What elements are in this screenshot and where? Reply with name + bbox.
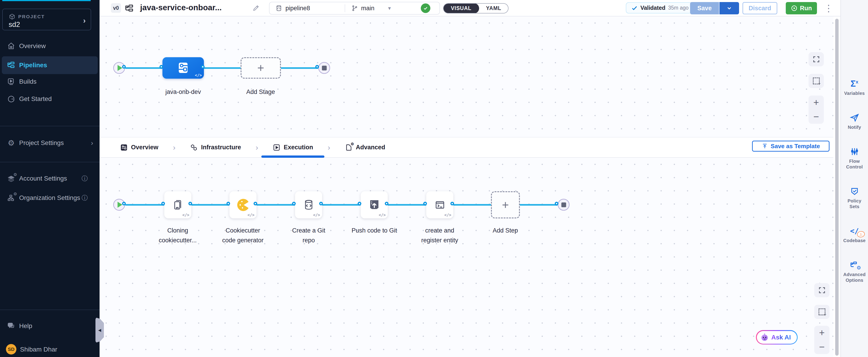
canvas-fullscreen-button[interactable]: [814, 283, 830, 297]
connector-port[interactable]: [385, 202, 389, 205]
organization-settings-icon: ⚙: [7, 194, 16, 202]
connector-port[interactable]: [201, 65, 205, 69]
palette-item-codebase[interactable]: </ ⚠ Codebase: [842, 226, 867, 243]
palette-item-flow-control[interactable]: Flow Control: [842, 147, 867, 170]
start-play-icon: [118, 202, 122, 208]
tab-overview[interactable]: Overview: [118, 137, 161, 158]
step-node-create-git-repo[interactable]: </>: [295, 191, 322, 218]
save-dropdown-button[interactable]: [719, 2, 739, 14]
plus-icon: +: [502, 199, 509, 211]
toggle-yaml[interactable]: YAML: [479, 5, 508, 11]
repo-selector[interactable]: pipeline8: [270, 5, 345, 12]
canvas-select-button[interactable]: [814, 305, 830, 319]
ask-ai-button[interactable]: Ask AI: [756, 330, 798, 345]
gear-icon: ⚙: [13, 191, 17, 197]
sidebar-item-get-started[interactable]: Get Started: [0, 91, 99, 107]
zoom-in-button[interactable]: +: [813, 98, 819, 108]
code-glyph: </>: [247, 213, 254, 217]
execution-end-node[interactable]: [558, 199, 569, 211]
connector-port[interactable]: [319, 202, 323, 205]
connector-port[interactable]: [122, 202, 126, 205]
toggle-visual[interactable]: VISUAL: [443, 3, 479, 13]
sidebar-item-pipelines[interactable]: Pipelines: [2, 56, 98, 74]
stage-canvas[interactable]: </> java-onb-dev + Add Stage + −: [99, 17, 833, 137]
zoom-in-button[interactable]: +: [819, 328, 825, 338]
palette-item-advanced-options[interactable]: ⚙ Advanced Options: [842, 260, 867, 283]
project-label: PROJECT: [18, 14, 45, 19]
connector-port[interactable]: [423, 202, 427, 205]
sidebar-item-account-settings[interactable]: ⚙ Account Settings ⓘ: [0, 171, 99, 186]
discard-button[interactable]: Discard: [742, 2, 777, 14]
avatar[interactable]: SD: [6, 344, 17, 355]
info-icon[interactable]: ⓘ: [82, 174, 88, 183]
connector-port[interactable]: [188, 202, 192, 205]
stage-node-java-onb-dev[interactable]: </>: [162, 57, 204, 79]
tab-execution[interactable]: Execution: [271, 137, 315, 158]
palette-item-label: Codebase: [843, 238, 866, 243]
step-node-cloning-cookiecutter[interactable]: </>: [164, 191, 191, 218]
sidebar-item-label: Account Settings: [19, 175, 67, 182]
step-label: Create a Git repo: [286, 226, 332, 245]
sidebar-item-overview[interactable]: Overview: [0, 38, 99, 54]
edit-pencil-icon[interactable]: [252, 4, 260, 12]
sidebar-item-label: Builds: [19, 78, 36, 85]
connector-port[interactable]: [254, 202, 257, 205]
overview-tab-icon: [120, 144, 128, 151]
advanced-tab-icon: ⚙: [345, 144, 353, 151]
tab-infrastructure[interactable]: Infrastructure: [188, 137, 243, 158]
add-step-button[interactable]: +: [491, 191, 520, 218]
add-stage-button[interactable]: +: [241, 57, 281, 79]
zoom-out-button[interactable]: −: [819, 342, 825, 352]
user-profile[interactable]: SD Shibam Dhar: [0, 343, 99, 357]
vertical-scrollbar[interactable]: [833, 17, 840, 357]
execution-tab-icon: [273, 144, 280, 151]
connector-port[interactable]: [555, 202, 558, 205]
connector-port[interactable]: [315, 65, 319, 69]
add-step-label: Add Step: [483, 226, 528, 236]
connector-port[interactable]: [122, 65, 126, 69]
canvas-select-button[interactable]: [809, 74, 824, 88]
run-button[interactable]: Run: [786, 2, 817, 14]
pipeline-end-node[interactable]: [318, 62, 330, 74]
gear-icon: ⚙: [13, 172, 17, 177]
sidebar-item-project-settings[interactable]: ⚙ Project Settings ›: [0, 135, 99, 151]
project-selector[interactable]: PROJECT sd2 ›: [2, 9, 91, 30]
sidebar-item-help[interactable]: ? Help: [0, 318, 99, 334]
save-as-template-label: Save as Template: [771, 143, 820, 150]
branch-selector[interactable]: main ▾: [345, 5, 420, 12]
save-as-template-button[interactable]: Save as Template: [752, 141, 830, 152]
add-stage-label: Add Stage: [238, 87, 283, 97]
info-icon[interactable]: ⓘ: [82, 194, 88, 202]
connector-port[interactable]: [358, 202, 361, 205]
palette-item-variables[interactable]: Σx Variables: [842, 79, 867, 96]
save-button[interactable]: Save: [690, 2, 719, 14]
kebab-menu-icon[interactable]: ⋮: [824, 2, 833, 14]
connector-port[interactable]: [159, 65, 163, 69]
palette-item-notify[interactable]: Notify: [842, 113, 867, 130]
connector-port[interactable]: [226, 202, 230, 205]
account-settings-icon: ⚙: [7, 174, 16, 183]
sidebar-item-organization-settings[interactable]: ⚙ Organization Settings ⓘ: [0, 190, 99, 206]
step-node-cookiecutter-generator[interactable]: </>: [229, 191, 256, 218]
execution-canvas[interactable]: </> Cloning cookiecutter... </> Cookiecu…: [99, 158, 833, 357]
palette-item-label: Variables: [844, 90, 865, 96]
repository-icon: [275, 5, 282, 11]
tab-label: Overview: [131, 144, 158, 151]
validated-status-badge[interactable]: Validated 35m ago: [626, 2, 694, 13]
connector-port[interactable]: [292, 202, 296, 205]
sidebar-item-builds[interactable]: Builds: [0, 73, 99, 90]
step-node-push-code-to-git[interactable]: </>: [361, 191, 388, 218]
gear-icon: ⚙: [857, 265, 861, 271]
palette-item-policy-sets[interactable]: Policy Sets: [842, 186, 867, 209]
canvas-fullscreen-button[interactable]: [809, 52, 824, 66]
left-sidebar: PROJECT sd2 › Overview Pipelines Builds: [0, 0, 99, 357]
connector-port[interactable]: [451, 202, 454, 205]
canvas-zoom-controls: + −: [809, 95, 824, 124]
palette-item-label: Policy Sets: [842, 198, 867, 209]
connector-port[interactable]: [161, 202, 165, 205]
advanced-options-icon: ⚙: [850, 260, 859, 270]
scrollbar-thumb[interactable]: [835, 19, 839, 356]
zoom-out-button[interactable]: −: [813, 112, 819, 121]
tab-advanced[interactable]: ⚙ Advanced: [343, 137, 388, 158]
step-node-create-register-entity[interactable]: </>: [426, 191, 453, 218]
